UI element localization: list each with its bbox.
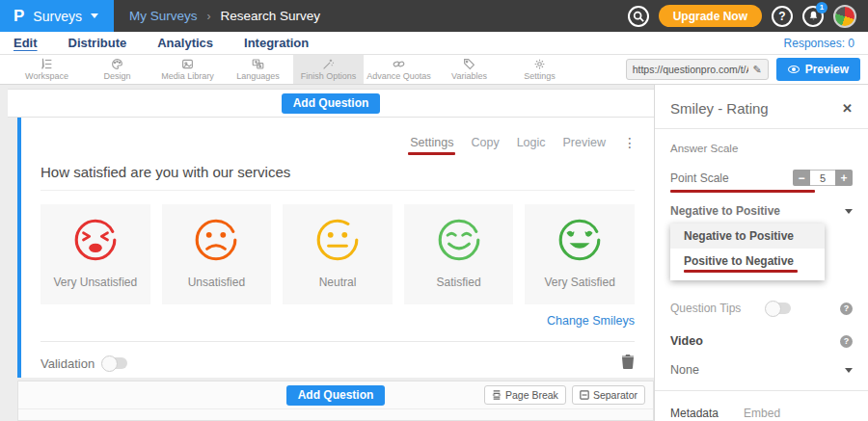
toolbar-design[interactable]: Design bbox=[82, 55, 152, 84]
add-question-bar-top: Add Question bbox=[8, 89, 654, 118]
page-break-icon bbox=[492, 390, 502, 400]
video-select-value: None bbox=[670, 363, 699, 377]
video-help-icon[interactable]: ? bbox=[840, 335, 853, 348]
toolbar-settings[interactable]: Settings bbox=[504, 55, 575, 84]
toolbar-media-library[interactable]: Media Library bbox=[152, 55, 223, 84]
help-button[interactable]: ? bbox=[772, 6, 793, 27]
tab-metadata[interactable]: Metadata bbox=[670, 407, 719, 421]
survey-url-field[interactable]: https://questionpro.com/t/A ✎ bbox=[626, 59, 769, 80]
smiley-option-very-unsatisfied[interactable]: Very Unsatisfied bbox=[41, 204, 150, 304]
panel-divider bbox=[655, 128, 868, 129]
smiley-option-unsatisfied[interactable]: Unsatisfied bbox=[162, 204, 272, 304]
question-tabs: Settings Copy Logic Preview ⋮ bbox=[410, 135, 637, 150]
breadcrumb-separator: › bbox=[206, 10, 210, 23]
preview-button[interactable]: Preview bbox=[776, 58, 860, 81]
unsatisfied-smiley-icon bbox=[192, 216, 240, 264]
metadata-embed-tabs: Metadata Embed bbox=[670, 407, 853, 421]
toolbar-settings-label: Settings bbox=[524, 71, 556, 81]
point-scale-label: Point Scale bbox=[670, 171, 729, 185]
page-break-button[interactable]: Page Break bbox=[484, 385, 566, 405]
toolbar-finish-options[interactable]: Finish Options bbox=[293, 55, 364, 84]
edit-url-icon[interactable]: ✎ bbox=[752, 64, 761, 76]
annotation-underline-settings bbox=[408, 152, 455, 155]
annotation-underline-positive-to-negative bbox=[684, 270, 798, 273]
question-tips-toggle[interactable] bbox=[766, 303, 791, 314]
video-label: Video bbox=[670, 334, 703, 348]
nav-tab-analytics[interactable]: Analytics bbox=[157, 34, 213, 52]
question-settings-panel: Smiley - Rating ✕ Answer Scale Point Sca… bbox=[654, 85, 868, 421]
breadcrumb-my-surveys[interactable]: My Surveys bbox=[129, 9, 198, 23]
add-question-button-top[interactable]: Add Question bbox=[282, 93, 381, 114]
translate-icon bbox=[252, 58, 264, 70]
toolbar-variables[interactable]: Variables bbox=[434, 55, 504, 84]
option-negative-to-positive[interactable]: Negative to Positive bbox=[670, 224, 825, 249]
notifications-button[interactable]: 1 bbox=[802, 6, 824, 27]
help-icon: ? bbox=[778, 10, 785, 23]
answer-scale-label: Answer Scale bbox=[670, 143, 853, 154]
breadcrumb: My Surveys › Research Survey bbox=[129, 9, 320, 23]
close-panel-button[interactable]: ✕ bbox=[842, 101, 853, 116]
increment-button[interactable]: + bbox=[835, 170, 853, 186]
smiley-option-satisfied[interactable]: Satisfied bbox=[404, 204, 514, 304]
top-bar: P Surveys My Surveys › Research Survey U… bbox=[0, 0, 868, 32]
edit-toolbar: Workspace Design Media Library Languages… bbox=[0, 55, 868, 85]
question-tips-label: Question Tips bbox=[670, 302, 741, 315]
add-question-bar-bottom: Add Question Page Break Separator bbox=[17, 381, 654, 421]
toolbar-languages[interactable]: Languages bbox=[223, 55, 293, 84]
smiley-label: Neutral bbox=[319, 276, 357, 289]
tab-embed[interactable]: Embed bbox=[744, 407, 780, 421]
separator-icon bbox=[580, 390, 589, 400]
change-smileys-row: Change Smileys bbox=[41, 314, 635, 328]
toolbar-advance-quotas[interactable]: Advance Quotas bbox=[364, 55, 434, 84]
panel-title: Smiley - Rating bbox=[670, 100, 769, 117]
avatar[interactable] bbox=[833, 5, 856, 28]
separator-button[interactable]: Separator bbox=[572, 385, 645, 405]
question-tab-settings[interactable]: Settings bbox=[410, 136, 453, 149]
question-panel: Settings Copy Logic Preview ⋮ How satisf… bbox=[17, 118, 654, 378]
product-menu[interactable]: P Surveys bbox=[0, 0, 114, 32]
bell-icon bbox=[808, 11, 819, 21]
smiley-option-very-satisfied[interactable]: Very Satisfied bbox=[525, 204, 635, 304]
nav-tab-distribute[interactable]: Distribute bbox=[68, 34, 127, 52]
option-positive-to-negative[interactable]: Positive to Negative bbox=[670, 249, 825, 278]
upgrade-now-button[interactable]: Upgrade Now bbox=[659, 5, 762, 27]
question-tips-help-icon[interactable]: ? bbox=[840, 303, 853, 315]
breadcrumb-current-survey: Research Survey bbox=[220, 9, 320, 23]
search-button[interactable] bbox=[628, 6, 649, 27]
smiley-label: Satisfied bbox=[437, 276, 481, 289]
toolbar-variables-label: Variables bbox=[451, 71, 487, 81]
nav-tab-edit[interactable]: Edit bbox=[14, 34, 38, 52]
scale-direction-select[interactable]: Negative to Positive bbox=[670, 204, 853, 218]
survey-canvas: Add Question Settings Copy Logic Preview… bbox=[0, 85, 654, 421]
panel-divider bbox=[655, 390, 868, 391]
trash-icon bbox=[621, 354, 635, 369]
question-title-divider bbox=[41, 190, 635, 191]
very-satisfied-smiley-icon bbox=[556, 216, 604, 264]
very-unsatisfied-smiley-icon bbox=[71, 216, 120, 264]
question-more-menu-icon[interactable]: ⋮ bbox=[623, 135, 637, 150]
video-row: Video ? bbox=[670, 334, 853, 348]
palette-icon bbox=[111, 58, 123, 70]
question-tab-logic[interactable]: Logic bbox=[517, 136, 546, 149]
satisfied-smiley-icon bbox=[435, 216, 483, 264]
toolbar-languages-label: Languages bbox=[236, 71, 280, 81]
smiley-label: Unsatisfied bbox=[188, 276, 245, 289]
workspace-icon bbox=[41, 58, 53, 70]
nav-tab-integration[interactable]: Integration bbox=[244, 34, 309, 52]
chevron-down-icon bbox=[845, 368, 853, 373]
toolbar-workspace[interactable]: Workspace bbox=[12, 55, 82, 84]
smiley-option-neutral[interactable]: Neutral bbox=[283, 204, 393, 304]
responses-count[interactable]: Responses: 0 bbox=[784, 37, 854, 50]
validation-toggle[interactable] bbox=[102, 357, 127, 369]
delete-question-button[interactable] bbox=[621, 354, 635, 373]
question-tab-copy[interactable]: Copy bbox=[471, 136, 499, 149]
toolbar-media-library-label: Media Library bbox=[161, 71, 214, 81]
add-question-button-bottom[interactable]: Add Question bbox=[286, 385, 386, 406]
separator-label: Separator bbox=[593, 389, 637, 401]
change-smileys-link[interactable]: Change Smileys bbox=[547, 314, 635, 328]
decrement-button[interactable]: − bbox=[793, 170, 810, 186]
toolbar-advance-quotas-label: Advance Quotas bbox=[366, 71, 431, 81]
question-tab-preview[interactable]: Preview bbox=[563, 136, 606, 149]
video-select[interactable]: None bbox=[670, 363, 853, 377]
page-break-label: Page Break bbox=[505, 389, 558, 401]
